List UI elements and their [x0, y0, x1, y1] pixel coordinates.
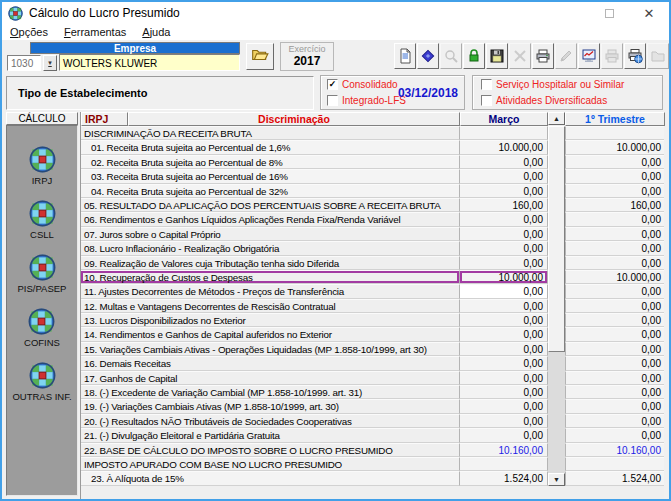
- save-button[interactable]: [486, 43, 508, 69]
- row-quarter-cell[interactable]: 0,00: [565, 385, 664, 399]
- row-month-cell[interactable]: [460, 126, 548, 140]
- row-quarter-cell[interactable]: 10.000,00: [565, 140, 664, 154]
- header-month-cell[interactable]: Março: [460, 112, 548, 126]
- row-month-cell[interactable]: 0,00: [460, 327, 548, 341]
- vertical-scrollbar-thumb[interactable]: [548, 126, 565, 352]
- row-month-cell[interactable]: 0,00: [460, 313, 548, 327]
- integrado-lfs-checkbox[interactable]: [327, 95, 338, 106]
- row-description-cell[interactable]: 08. Lucro Inflacionário - Realização Obr…: [81, 241, 460, 255]
- vertical-scrollbar[interactable]: ▼: [548, 126, 565, 486]
- row-month-cell[interactable]: 10.160,00: [460, 443, 548, 457]
- row-description-cell[interactable]: 22. BASE DE CÁLCULO DO IMPOSTO SOBRE O L…: [81, 443, 460, 457]
- print-button[interactable]: [532, 43, 554, 69]
- row-month-cell[interactable]: 0,00: [460, 414, 548, 428]
- new-document-button[interactable]: [394, 43, 416, 69]
- menu-item-1[interactable]: Ferramentas: [56, 26, 134, 38]
- row-month-cell[interactable]: 1.524,00: [460, 471, 548, 485]
- row-description-cell[interactable]: 23. À Alíquota de 15%: [81, 471, 460, 485]
- row-quarter-cell[interactable]: 10.000,00: [565, 270, 664, 284]
- row-quarter-cell[interactable]: 10.160,00: [565, 443, 664, 457]
- row-description-cell[interactable]: 02. Receita Bruta sujeita ao Percentual …: [81, 155, 460, 169]
- row-description-cell[interactable]: 10. Recuperação de Custos e Despesas: [81, 270, 460, 284]
- row-description-cell[interactable]: 14. Rendimentos e Ganhos de Capital aufe…: [81, 327, 460, 341]
- empresa-name-field[interactable]: WOLTERS KLUWER: [59, 54, 240, 71]
- row-quarter-cell[interactable]: 1.524,00: [565, 471, 664, 485]
- row-month-cell[interactable]: 0,00: [460, 169, 548, 183]
- row-month-cell[interactable]: [460, 457, 548, 471]
- print-export-button[interactable]: [624, 43, 646, 69]
- header-quarter-cell[interactable]: 1º Trimestre: [565, 112, 665, 126]
- empresa-code-field[interactable]: 1030: [7, 55, 41, 71]
- row-quarter-cell[interactable]: 0,00: [565, 342, 664, 356]
- row-quarter-cell[interactable]: [565, 126, 664, 140]
- row-month-cell[interactable]: 0,00: [460, 256, 548, 270]
- row-month-cell[interactable]: 0,00: [460, 284, 548, 298]
- row-quarter-cell[interactable]: 0,00: [565, 327, 664, 341]
- sidebar-item-csll[interactable]: CSLL: [29, 200, 56, 240]
- row-quarter-cell[interactable]: 0,00: [565, 299, 664, 313]
- row-month-cell[interactable]: 0,00: [460, 385, 548, 399]
- row-description-cell[interactable]: 15. Variações Cambiais Ativas - Operaçõe…: [81, 342, 460, 356]
- row-quarter-cell[interactable]: [565, 457, 664, 471]
- row-month-cell[interactable]: 0,00: [460, 155, 548, 169]
- row-description-cell[interactable]: 09. Realização de Valores cuja Tributaçã…: [81, 256, 460, 270]
- scroll-up-button[interactable]: ▲: [548, 112, 565, 125]
- row-description-cell[interactable]: 13. Lucros Disponibilizados no Exterior: [81, 313, 460, 327]
- row-description-cell[interactable]: 16. Demais Receitas: [81, 356, 460, 370]
- menu-item-2[interactable]: Ajuda: [134, 26, 178, 38]
- row-description-cell[interactable]: 21. (-) Divulgação Eleitoral e Partidári…: [81, 428, 460, 442]
- row-quarter-cell[interactable]: 0,00: [565, 399, 664, 413]
- row-month-cell[interactable]: 0,00: [460, 241, 548, 255]
- row-quarter-cell[interactable]: 0,00: [565, 241, 664, 255]
- close-button[interactable]: ✕: [629, 2, 669, 24]
- row-month-cell[interactable]: 0,00: [460, 428, 548, 442]
- row-quarter-cell[interactable]: 0,00: [565, 414, 664, 428]
- sidebar-item-irpj[interactable]: IRPJ: [29, 146, 56, 186]
- row-quarter-cell[interactable]: 0,00: [565, 256, 664, 270]
- servico-hospitalar-checkbox[interactable]: [481, 79, 492, 90]
- row-month-cell[interactable]: 160,00: [460, 198, 548, 212]
- row-description-cell[interactable]: 07. Juros sobre o Capital Próprio: [81, 227, 460, 241]
- header-discriminacao-cell[interactable]: Discriminação: [128, 112, 460, 126]
- atividades-diversificadas-checkbox[interactable]: [481, 95, 492, 106]
- row-description-cell[interactable]: 06. Rendimentos e Ganhos Líquidos Aplica…: [81, 212, 460, 226]
- row-quarter-cell[interactable]: 0,00: [565, 428, 664, 442]
- row-description-cell[interactable]: 19. (-) Variações Cambiais Ativas (MP 1.…: [81, 399, 460, 413]
- row-description-cell[interactable]: 20. (-) Resultados NÃO Tributáveis de So…: [81, 414, 460, 428]
- row-quarter-cell[interactable]: 0,00: [565, 284, 664, 298]
- row-description-cell[interactable]: 11. Ajustes Decorrentes de Métodos - Pre…: [81, 284, 460, 298]
- sidebar-item-outras-inf[interactable]: OUTRAS INF.: [12, 362, 71, 402]
- row-month-cell[interactable]: 0,00: [460, 399, 548, 413]
- row-description-cell[interactable]: 17. Ganhos de Capital: [81, 371, 460, 385]
- row-month-cell[interactable]: 0,00: [460, 299, 548, 313]
- row-month-cell[interactable]: 0,00: [460, 212, 548, 226]
- row-quarter-cell[interactable]: 0,00: [565, 227, 664, 241]
- row-quarter-cell[interactable]: 0,00: [565, 155, 664, 169]
- maximize-button[interactable]: [589, 2, 629, 24]
- row-quarter-cell[interactable]: 0,00: [565, 169, 664, 183]
- row-description-cell[interactable]: 18. (-) Excedente de Variação Cambial (M…: [81, 385, 460, 399]
- lock-button[interactable]: [463, 43, 485, 69]
- row-description-cell[interactable]: DISCRIMINAÇÃO DA RECEITA BRUTA: [81, 126, 460, 140]
- row-quarter-cell[interactable]: 0,00: [565, 184, 664, 198]
- row-month-cell[interactable]: 10.000,00: [460, 270, 548, 284]
- row-quarter-cell[interactable]: 0,00: [565, 371, 664, 385]
- row-month-cell[interactable]: 0,00: [460, 184, 548, 198]
- row-quarter-cell[interactable]: 0,00: [565, 212, 664, 226]
- row-month-cell[interactable]: 0,00: [460, 371, 548, 385]
- row-description-cell[interactable]: 12. Multas e Vantagens Decorrentes de Re…: [81, 299, 460, 313]
- sidebar-item-pis-pasep[interactable]: PIS/PASEP: [18, 254, 67, 294]
- empresa-dropdown-button[interactable]: ▾: [43, 55, 57, 71]
- consolidado-checkbox[interactable]: ✓: [327, 79, 338, 90]
- row-description-cell[interactable]: 05. RESULTADO DA APLICAÇÃO DOS PERCENTUA…: [81, 198, 460, 212]
- row-quarter-cell[interactable]: 0,00: [565, 313, 664, 327]
- sidebar-item-cofins[interactable]: COFINS: [24, 308, 60, 348]
- row-month-cell[interactable]: 10.000,00: [460, 140, 548, 154]
- row-description-cell[interactable]: 01. Receita Bruta sujeita ao Percentual …: [81, 140, 460, 154]
- scroll-down-button[interactable]: ▼: [548, 473, 565, 486]
- row-description-cell[interactable]: 03. Receita Bruta sujeita ao Percentual …: [81, 169, 460, 183]
- row-quarter-cell[interactable]: 0,00: [565, 356, 664, 370]
- row-description-cell[interactable]: 04. Receita Bruta sujeita ao Percentual …: [81, 184, 460, 198]
- navigate-button[interactable]: [417, 43, 439, 69]
- row-month-cell[interactable]: 0,00: [460, 342, 548, 356]
